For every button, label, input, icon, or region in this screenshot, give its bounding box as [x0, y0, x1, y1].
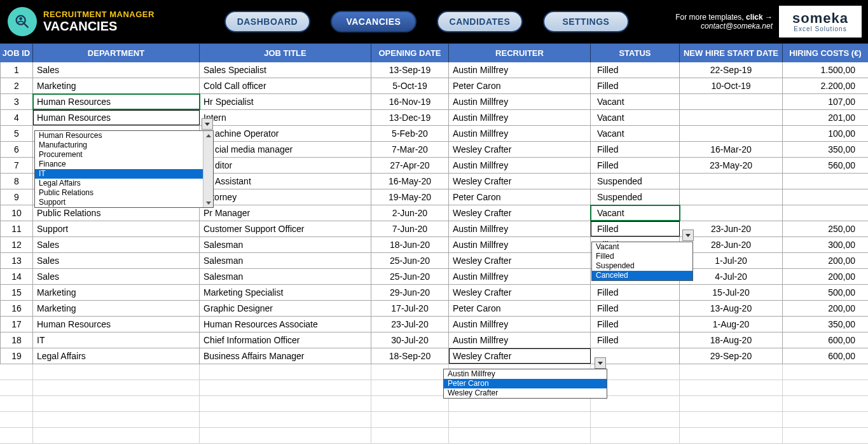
table-row[interactable]: 18ITChief Information Officer30-Jul-20Au… [0, 332, 868, 348]
cell-job-title[interactable]: Attorney [200, 189, 371, 205]
cell-recruiter[interactable]: Wesley Crafter [449, 174, 591, 189]
cell-recruiter[interactable]: Austin Millfrey [449, 332, 591, 348]
cell-job-title[interactable]: Marketing Specialist [200, 285, 371, 300]
recruiter-option[interactable]: Wesley Crafter [444, 388, 607, 398]
cell-hiring-costs[interactable]: 107,00 [783, 94, 868, 109]
cell-hiring-costs[interactable]: 200,00 [783, 253, 868, 268]
table-row[interactable]: 19Legal AffairsBusiness Affairs Manager1… [0, 348, 868, 364]
cell-new-hire-date[interactable]: 16-Mar-20 [680, 142, 783, 157]
cell-recruiter[interactable]: Peter Caron [449, 301, 591, 316]
cell-department[interactable]: Sales [33, 237, 200, 252]
cell-recruiter[interactable]: Wesley Crafter [449, 285, 591, 300]
status-dropdown-list[interactable]: Vacant Filled Suspended Canceled [591, 242, 693, 281]
cell-new-hire-date[interactable]: 23-May-20 [680, 158, 783, 173]
cell-opening-date[interactable]: 19-May-20 [371, 189, 449, 205]
department-dropdown-arrow[interactable] [202, 118, 213, 130]
cell-job-id[interactable]: 5 [0, 126, 33, 141]
cell-hiring-costs[interactable]: 250,00 [783, 221, 868, 236]
cell-status[interactable]: Filled [591, 158, 680, 173]
cell-recruiter[interactable]: Austin Millfrey [449, 62, 591, 78]
cell-job-title[interactable]: cial media manager [200, 142, 371, 157]
cell-job-id[interactable]: 4 [0, 110, 33, 125]
cell-job-title[interactable]: Hr Specialist [200, 94, 371, 109]
table-row-empty[interactable] [0, 412, 868, 428]
cell-job-title[interactable]: Assistant [200, 174, 371, 189]
cell-job-title[interactable]: Business Affairs Manager [200, 348, 371, 364]
table-row[interactable]: 12SalesSalesman18-Jun-20Austin MillfreyF… [0, 237, 868, 253]
cell-hiring-costs[interactable]: 1.500,00 [783, 62, 868, 78]
status-dropdown-arrow[interactable] [682, 229, 694, 241]
cell-job-id[interactable]: 18 [0, 332, 33, 348]
cell-department[interactable]: Sales [33, 62, 200, 78]
cell-department[interactable]: Legal Affairs [33, 348, 200, 364]
cell-opening-date[interactable]: 25-Jun-20 [371, 253, 449, 268]
cell-new-hire-date[interactable]: 13-Aug-20 [680, 301, 783, 316]
cell-status[interactable]: Filled [591, 301, 680, 316]
cell-new-hire-date[interactable] [680, 174, 783, 189]
cell-new-hire-date[interactable]: 29-Sep-20 [680, 348, 783, 364]
recruiter-dropdown-list[interactable]: Austin Millfrey Peter Caron Wesley Craft… [443, 369, 607, 399]
cell-new-hire-date[interactable] [680, 110, 783, 125]
cell-job-title[interactable]: Chief Information Officer [200, 332, 371, 348]
cell-job-id[interactable]: 2 [0, 78, 33, 93]
cell-recruiter[interactable]: Austin Millfrey [449, 110, 591, 125]
cell-recruiter[interactable]: Wesley Crafter [449, 348, 591, 364]
table-row[interactable]: 2MarketingCold Call officer5-Oct-19Peter… [0, 78, 868, 94]
recruiter-dropdown-arrow[interactable] [595, 357, 606, 369]
cell-job-id[interactable]: 17 [0, 317, 33, 332]
table-row-empty[interactable] [0, 364, 868, 380]
status-option[interactable]: Vacant [592, 242, 692, 252]
department-dropdown-list[interactable]: Human Resources Manufacturing Procuremen… [34, 130, 214, 208]
cell-recruiter[interactable]: Wesley Crafter [449, 253, 591, 268]
cell-opening-date[interactable]: 25-Jun-20 [371, 269, 449, 284]
cell-status[interactable]: Filled [591, 221, 680, 236]
cell-hiring-costs[interactable]: 200,00 [783, 269, 868, 284]
cell-recruiter[interactable]: Austin Millfrey [449, 317, 591, 332]
cell-opening-date[interactable]: 17-Jul-20 [371, 301, 449, 316]
dept-option[interactable]: Public Relations [35, 188, 203, 198]
cell-opening-date[interactable]: 23-Jul-20 [371, 317, 449, 332]
cell-department[interactable]: Support [33, 221, 200, 236]
cell-opening-date[interactable]: 18-Sep-20 [371, 348, 449, 364]
nav-dashboard[interactable]: DASHBOARD [224, 11, 310, 32]
cell-job-title[interactable]: Salesman [200, 237, 371, 252]
cell-new-hire-date[interactable]: 23-Jun-20 [680, 221, 783, 236]
cell-opening-date[interactable]: 18-Jun-20 [371, 237, 449, 252]
cell-recruiter[interactable]: Wesley Crafter [449, 205, 591, 221]
dept-option[interactable]: Manufacturing [35, 140, 203, 150]
cell-status[interactable]: Suspended [591, 174, 680, 189]
cell-hiring-costs[interactable]: 600,00 [783, 348, 868, 364]
cell-job-title[interactable]: Pr Manager [200, 205, 371, 221]
cell-new-hire-date[interactable] [680, 126, 783, 141]
cell-hiring-costs[interactable] [783, 205, 868, 221]
dept-option[interactable]: IT [35, 169, 203, 179]
nav-candidates[interactable]: CANDIDATES [437, 11, 523, 32]
table-row[interactable]: 14SalesSalesman25-Jun-20Austin MillfreyF… [0, 269, 868, 285]
cell-new-hire-date[interactable]: 1-Jul-20 [680, 253, 783, 268]
cell-department[interactable]: Marketing [33, 78, 200, 93]
table-row-empty[interactable] [0, 396, 868, 412]
cell-job-id[interactable]: 3 [0, 94, 33, 109]
cell-opening-date[interactable]: 30-Jul-20 [371, 332, 449, 348]
cell-new-hire-date[interactable]: 18-Aug-20 [680, 332, 783, 348]
cell-department[interactable]: Marketing [33, 301, 200, 316]
table-row-empty[interactable] [0, 380, 868, 396]
cell-job-title[interactable]: Sales Specialist [200, 62, 371, 78]
cell-status[interactable]: Vacant [591, 110, 680, 125]
cell-department[interactable]: Human Resources [33, 94, 200, 109]
table-row[interactable]: 13SalesSalesman25-Jun-20Wesley Crafter1-… [0, 253, 868, 269]
cell-department[interactable]: Marketing [33, 285, 200, 300]
cell-status[interactable]: Filled [591, 332, 680, 348]
cell-job-id[interactable]: 16 [0, 301, 33, 316]
cell-hiring-costs[interactable]: 500,00 [783, 285, 868, 300]
cell-hiring-costs[interactable]: 350,00 [783, 142, 868, 157]
recruiter-option[interactable]: Austin Millfrey [444, 369, 607, 379]
cell-department[interactable]: Sales [33, 253, 200, 268]
cell-recruiter[interactable]: Austin Millfrey [449, 158, 591, 173]
cell-recruiter[interactable]: Austin Millfrey [449, 126, 591, 141]
cell-opening-date[interactable]: 7-Jun-20 [371, 221, 449, 236]
cell-new-hire-date[interactable] [680, 94, 783, 109]
cell-hiring-costs[interactable]: 2.200,00 [783, 78, 868, 93]
recruiter-option[interactable]: Peter Caron [444, 379, 607, 388]
cell-opening-date[interactable]: 2-Jun-20 [371, 205, 449, 221]
